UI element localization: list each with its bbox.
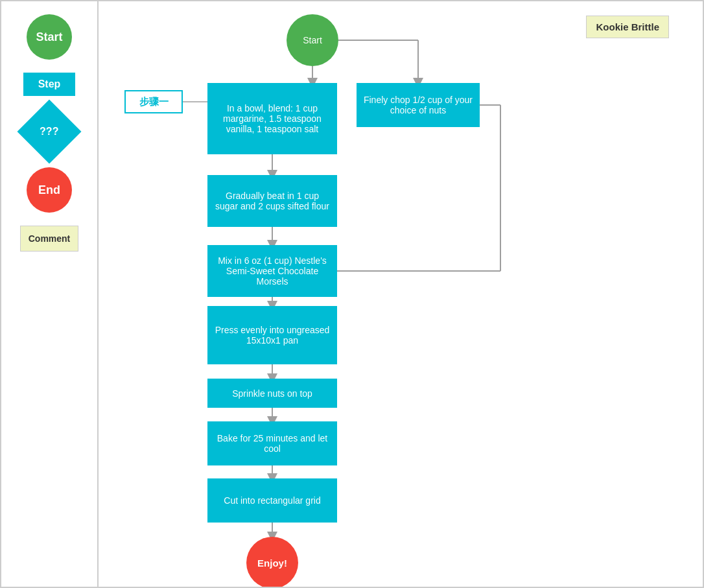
step-chop-nuts-text: Finely chop 1/2 cup of your choice of nu… (363, 95, 473, 115)
step-beat-sugar[interactable]: Gradually beat in 1 cup sugar and 2 cups… (207, 175, 337, 227)
step-mix-chocolate-text: Mix in 6 oz (1 cup) Nestle's Semi-Sweet … (214, 255, 331, 287)
sidebar-decision-node[interactable]: ??? (18, 100, 82, 164)
step-sprinkle-nuts[interactable]: Sprinkle nuts on top (207, 379, 337, 408)
sidebar: Start Step ??? End Comment (1, 1, 99, 587)
step-chop-nuts[interactable]: Finely chop 1/2 cup of your choice of nu… (357, 83, 480, 127)
sidebar-step-node[interactable]: Step (23, 73, 75, 96)
sidebar-decision-label: ??? (40, 126, 58, 137)
sidebar-start-label: Start (36, 30, 62, 44)
flowchart-title: Kookie Brittle (586, 16, 669, 38)
end-node[interactable]: Enjoy! (246, 537, 298, 587)
sidebar-end-label: End (38, 183, 60, 197)
step-press-pan[interactable]: Press evenly into ungreased 15x10x1 pan (207, 306, 337, 364)
step-blend-bowl[interactable]: In a bowl, blend: 1 cup margarine, 1.5 t… (207, 83, 337, 154)
step-press-pan-text: Press evenly into ungreased 15x10x1 pan (214, 325, 331, 346)
step-bake[interactable]: Bake for 25 minutes and let cool (207, 421, 337, 465)
main-canvas: Kookie Brittle Start 步骤一 In a bowl, blen… (99, 1, 703, 587)
step-sprinkle-nuts-text: Sprinkle nuts on top (232, 388, 312, 399)
sidebar-comment-node[interactable]: Comment (20, 226, 78, 252)
sidebar-step-label: Step (38, 78, 61, 90)
start-label: Start (303, 35, 322, 45)
step-bake-text: Bake for 25 minutes and let cool (214, 433, 331, 454)
sidebar-comment-label: Comment (29, 233, 71, 244)
chinese-step-label[interactable]: 步骤一 (124, 90, 183, 113)
step-cut-grid[interactable]: Cut into rectangular grid (207, 478, 337, 523)
end-label: Enjoy! (257, 558, 287, 569)
sidebar-end-node[interactable]: End (27, 167, 72, 213)
step-mix-chocolate[interactable]: Mix in 6 oz (1 cup) Nestle's Semi-Sweet … (207, 245, 337, 297)
start-node[interactable]: Start (287, 14, 338, 66)
step-cut-grid-text: Cut into rectangular grid (224, 495, 320, 506)
sidebar-start-node[interactable]: Start (27, 14, 72, 60)
step-beat-sugar-text: Gradually beat in 1 cup sugar and 2 cups… (214, 191, 331, 211)
flowchart: Kookie Brittle Start 步骤一 In a bowl, blen… (99, 1, 703, 578)
step-blend-bowl-text: In a bowl, blend: 1 cup margarine, 1.5 t… (214, 103, 331, 134)
